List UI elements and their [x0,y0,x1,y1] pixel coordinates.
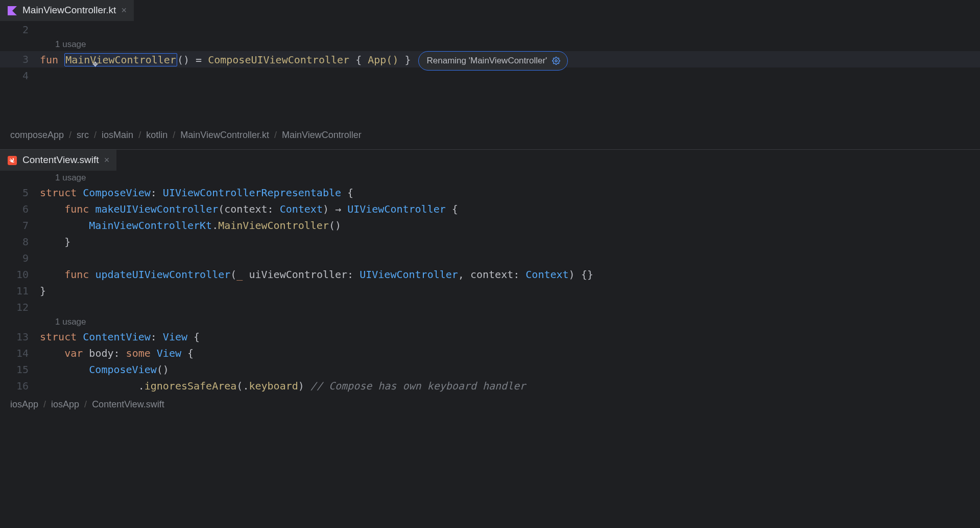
usage-hint[interactable]: 1 usage [40,171,86,185]
code-line-13[interactable]: 13 struct ContentView: View { [0,329,980,345]
tab-title: ContentView.swift [22,152,99,168]
breadcrumb-top[interactable]: composeApp/ src/ iosMain/ kotlin/ MainVi… [0,125,980,146]
close-icon[interactable]: × [104,153,110,168]
tab-bar-bottom: ContentView.swift × [0,150,980,171]
code-view-top[interactable]: 2 1 usage 3 fun MainViewController⌖() = … [0,21,980,125]
gear-icon[interactable] [552,57,560,65]
tab-mainviewcontroller[interactable]: MainViewController.kt × [0,0,134,21]
svg-point-1 [555,60,557,62]
gutter-number: 4 [0,67,40,84]
kotlin-file-icon [7,6,17,16]
close-icon[interactable]: × [121,3,127,18]
breadcrumb-item[interactable]: kotlin [146,128,168,143]
breadcrumb-item[interactable]: iosMain [102,128,133,143]
breadcrumb-item[interactable]: src [77,128,89,143]
breadcrumb-item[interactable]: MainViewController [282,128,362,143]
gutter-number: 2 [0,21,40,38]
code-line-5[interactable]: 5 struct ComposeView: UIViewControllerRe… [0,185,980,201]
svg-marker-0 [8,6,17,15]
tab-contentview[interactable]: ContentView.swift × [0,150,116,171]
code-line-9[interactable]: 9 [0,250,980,266]
code-line-7[interactable]: 7 MainViewControllerKt.MainViewControlle… [0,217,980,234]
usage-hint[interactable]: 1 usage [40,38,86,51]
breadcrumb-item[interactable]: ContentView.swift [92,397,164,412]
swift-file-icon [7,155,17,166]
breadcrumb-bottom[interactable]: iosApp/ iosApp/ ContentView.swift [0,394,980,415]
code-line-12[interactable]: 12 [0,299,980,315]
gutter-number: 3 [0,51,40,67]
breadcrumb-item[interactable]: MainViewController.kt [180,128,269,143]
code-line-14[interactable]: 14 var body: some View { [0,345,980,361]
breadcrumb-item[interactable]: iosApp [51,397,79,412]
editor-pane-top: MainViewController.kt × 2 1 usage 3 fun … [0,0,980,149]
code-line-3[interactable]: 3 fun MainViewController⌖() = ComposeUIV… [0,51,980,67]
editor-pane-bottom: ContentView.swift × 1 usage 5 struct Com… [0,149,980,415]
call-composeuivc: ComposeUIViewController [208,54,349,66]
rename-selection[interactable]: MainViewController⌖ [64,53,177,66]
code-line-8[interactable]: 8 } [0,234,980,250]
keyword-fun: fun [40,54,64,66]
breadcrumb-item[interactable]: iosApp [10,397,38,412]
code-line-15[interactable]: 15 ComposeView() [0,361,980,378]
code-line-16[interactable]: 16 .ignoresSafeArea(.keyboard) // Compos… [0,378,980,394]
breadcrumb-item[interactable]: composeApp [10,128,64,143]
code-line-11[interactable]: 11 } [0,283,980,299]
code-line-6[interactable]: 6 func makeUIViewController(context: Con… [0,201,980,217]
tab-title: MainViewController.kt [22,3,116,18]
code-view-bottom[interactable]: 1 usage 5 struct ComposeView: UIViewCont… [0,171,980,394]
rename-popup-text: Renaming 'MainViewController' [427,53,547,69]
usage-hint[interactable]: 1 usage [40,315,86,329]
code-line-10[interactable]: 10 func updateUIViewController(_ uiViewC… [0,266,980,283]
tab-bar-top: MainViewController.kt × [0,0,980,21]
